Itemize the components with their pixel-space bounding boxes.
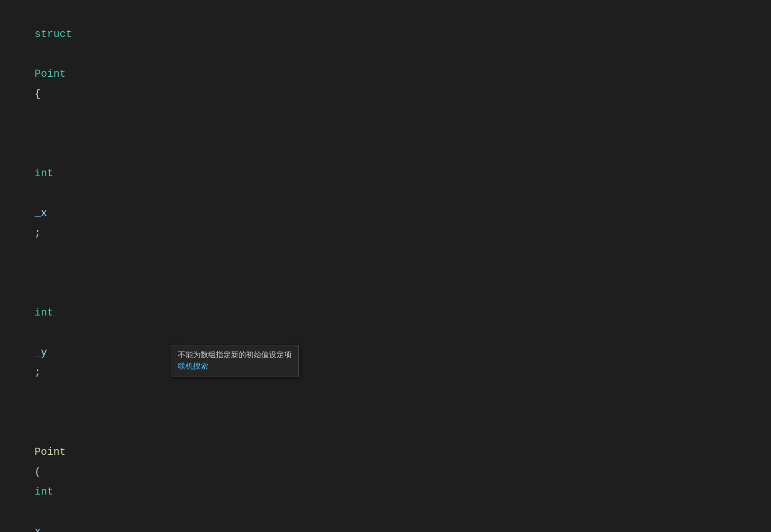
constructor-name: Point bbox=[35, 446, 66, 458]
tooltip-title: 不能为数组指定新的初始值设定项 bbox=[178, 349, 292, 361]
keyword-int-2: int bbox=[35, 307, 54, 319]
var-x: _x bbox=[35, 207, 47, 219]
line-int-x: int _x ; bbox=[5, 124, 771, 263]
line-constructor: Point ( int x , int y ) : _x ( x ), _y (… bbox=[5, 403, 771, 532]
tooltip-box: 不能为数组指定新的初始值设定项 联机搜索 bbox=[171, 345, 299, 377]
tooltip: 不能为数组指定新的初始值设定项 联机搜索 bbox=[171, 345, 299, 377]
keyword-struct: struct bbox=[35, 28, 72, 40]
keyword-int-3: int bbox=[35, 486, 54, 498]
code-editor: struct Point { int _x ; int _y ; Point (… bbox=[0, 0, 771, 532]
param-x: x bbox=[35, 526, 41, 532]
var-y: _y bbox=[35, 347, 47, 359]
tooltip-link[interactable]: 联机搜索 bbox=[178, 361, 292, 372]
line-struct: struct Point { bbox=[5, 5, 771, 124]
keyword-int-1: int bbox=[35, 168, 54, 180]
type-Point: Point bbox=[35, 68, 66, 80]
line-int-y: int _y ; bbox=[5, 263, 771, 403]
